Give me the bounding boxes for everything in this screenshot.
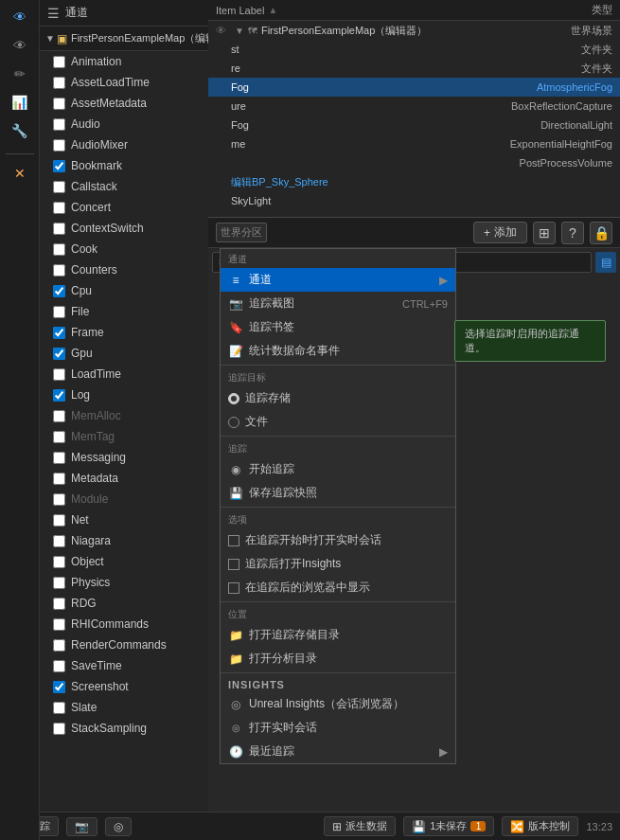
menu-item-save-snapshot[interactable]: 💾 保存追踪快照: [221, 481, 455, 505]
x-icon[interactable]: ✕: [3, 160, 37, 187]
menu-item-screenshot[interactable]: 📷 追踪截图 CTRL+F9: [221, 292, 455, 315]
menu-item-recent-trace[interactable]: 🕐 最近追踪 ▶: [221, 740, 455, 763]
menu-item-realtime[interactable]: 在追踪开始时打开实时会话: [221, 528, 455, 552]
checkbox-memtag[interactable]: [53, 431, 65, 443]
checkbox-stacksampling[interactable]: [53, 723, 65, 735]
menu-item-channels[interactable]: ≡ 通道 ▶: [221, 268, 455, 292]
add-button[interactable]: + 添加: [473, 222, 527, 243]
col-item-label[interactable]: Item Label: [216, 5, 264, 16]
tooltip-text: 选择追踪时启用的追踪通道。: [465, 328, 579, 353]
checkbox-module[interactable]: [53, 493, 65, 506]
checkbox-niagara[interactable]: [53, 535, 65, 547]
save-snapshot-label: 保存追踪快照: [249, 485, 448, 501]
world-item-ure[interactable]: ure BoxReflectionCapture: [208, 97, 620, 116]
menu-item-store[interactable]: 追踪存储: [221, 386, 455, 410]
menu-item-location-store[interactable]: 📁 打开追踪存储目录: [221, 623, 455, 647]
menu-section-target-label: 追踪目标: [221, 367, 455, 386]
checkbox-savetime[interactable]: [53, 660, 65, 672]
checkbox-concert[interactable]: [53, 202, 65, 214]
checkbox-cook[interactable]: [53, 243, 65, 256]
start-trace-label: 开始追踪: [249, 461, 448, 477]
world-item-re[interactable]: re 文件夹: [208, 59, 620, 78]
checkbox-log[interactable]: [53, 389, 65, 402]
radio-file-icon: [228, 417, 239, 428]
world-item-st[interactable]: st 文件夹: [208, 40, 620, 59]
checkbox-assetloadtime[interactable]: [53, 77, 65, 89]
time-display: 13:23: [586, 821, 612, 832]
eye-icon-2[interactable]: 👁: [3, 32, 37, 59]
world-item-dirlight[interactable]: Fog DirectionalLight: [208, 116, 620, 134]
checkbox-label-assetloadtime: AssetLoadTime: [71, 76, 150, 89]
spawn-data-button[interactable]: ⊞ 派生数据: [324, 816, 396, 836]
checkbox-assetmetadata[interactable]: [53, 98, 65, 110]
chart-icon[interactable]: 📊: [3, 89, 37, 116]
world-item-fog[interactable]: Fog AtmosphericFog: [208, 78, 620, 97]
save-button[interactable]: 💾 1未保存 1: [403, 816, 494, 836]
checkbox-label-memalloc: MemAlloc: [71, 409, 121, 422]
menu-item-browser[interactable]: 在追踪后的浏览器中显示: [221, 576, 455, 599]
help-icon-button[interactable]: ?: [561, 222, 584, 244]
checkbox-counters[interactable]: [53, 264, 65, 277]
checkbox-metadata[interactable]: [53, 473, 65, 485]
checkbox-screenshot[interactable]: [53, 681, 65, 693]
browser-label: 在追踪后的浏览器中显示: [245, 580, 448, 596]
menu-item-insights[interactable]: 追踪后打开Insights: [221, 552, 455, 576]
menu-divider-2: [221, 436, 455, 437]
eye-icon-1[interactable]: 👁: [3, 4, 37, 30]
checkbox-memalloc[interactable]: [53, 410, 65, 422]
checkbox-rdg[interactable]: [53, 598, 65, 610]
menu-item-open-realtime[interactable]: ◎ 打开实时会话: [221, 716, 455, 740]
checkbox-bookmark[interactable]: [53, 160, 65, 172]
checkbox-file[interactable]: [53, 306, 65, 318]
checkbox-messaging[interactable]: [53, 452, 65, 464]
checkbox-label-animation: Animation: [71, 55, 121, 68]
checkbox-label-bookmark: Bookmark: [71, 159, 122, 172]
checkbox-physics[interactable]: [53, 577, 65, 589]
checkbox-animation[interactable]: [53, 56, 65, 68]
menu-item-file[interactable]: 文件: [221, 410, 455, 434]
checkbox-frame[interactable]: [53, 327, 65, 339]
checkbox-browser-icon: [228, 582, 239, 594]
checkbox-net[interactable]: [53, 514, 65, 527]
world-item-skylight[interactable]: SkyLight: [208, 191, 620, 210]
tree-folder-icon: ▣: [57, 32, 67, 45]
checkbox-audio[interactable]: [53, 118, 65, 131]
checkbox-loadtime[interactable]: [53, 368, 65, 381]
checkbox-gpu[interactable]: [53, 348, 65, 360]
version-control-button[interactable]: 🔀 版本控制: [502, 816, 578, 836]
checkbox-rhicommands[interactable]: [53, 618, 65, 631]
world-folder-icon: 🗺: [248, 26, 257, 36]
menu-item-unreal-insights[interactable]: ◎ Unreal Insights（会话浏览器）: [221, 692, 455, 716]
camera-button[interactable]: 📷: [66, 817, 97, 836]
checkbox-label-messaging: Messaging: [71, 451, 126, 464]
open-realtime-label: 打开实时会话: [249, 720, 448, 736]
menu-item-location-analysis[interactable]: 📁 打开分析目录: [221, 647, 455, 670]
filter-icon-button[interactable]: ▤: [595, 252, 616, 273]
checkbox-rendercommands[interactable]: [53, 639, 65, 652]
col-type-label[interactable]: 类型: [592, 3, 612, 17]
world-tree-root[interactable]: 👁 ▼ 🗺 FirstPersonExampleMap（编辑器） 世界场景: [208, 21, 620, 40]
wrench-icon[interactable]: 🔧: [3, 117, 37, 144]
world-item-ppv[interactable]: PostProcessVolume: [208, 153, 620, 172]
grid-icon-button[interactable]: ⊞: [533, 222, 556, 244]
checkbox-audiomixer[interactable]: [53, 139, 65, 152]
checkbox-realtime-icon: [228, 535, 239, 546]
checkbox-slate[interactable]: [53, 702, 65, 714]
unreal-insights-label: Unreal Insights（会话浏览器）: [249, 696, 448, 712]
checkbox-label-callstack: Callstack: [71, 180, 117, 193]
circle-button[interactable]: ◎: [105, 817, 132, 836]
checkbox-object[interactable]: [53, 556, 65, 568]
checkbox-cpu[interactable]: [53, 285, 65, 297]
checkbox-contextswitch[interactable]: [53, 223, 65, 235]
menu-item-start-trace[interactable]: ◉ 开始追踪: [221, 457, 455, 481]
menu-item-stats[interactable]: 📝 统计数据命名事件: [221, 339, 455, 363]
spawn-icon: ⊞: [332, 820, 342, 833]
location-analysis-label: 打开分析目录: [249, 651, 448, 667]
pencil-icon[interactable]: ✏: [3, 61, 37, 87]
menu-item-bookmark[interactable]: 🔖 追踪书签: [221, 315, 455, 339]
checkbox-callstack[interactable]: [53, 181, 65, 193]
lock-icon-button[interactable]: 🔒: [590, 222, 612, 244]
world-item-sky[interactable]: 编辑BP_Sky_Sphere: [208, 172, 620, 191]
spawn-label: 派生数据: [345, 819, 387, 833]
world-item-exphfog[interactable]: me ExponentialHeightFog: [208, 134, 620, 153]
